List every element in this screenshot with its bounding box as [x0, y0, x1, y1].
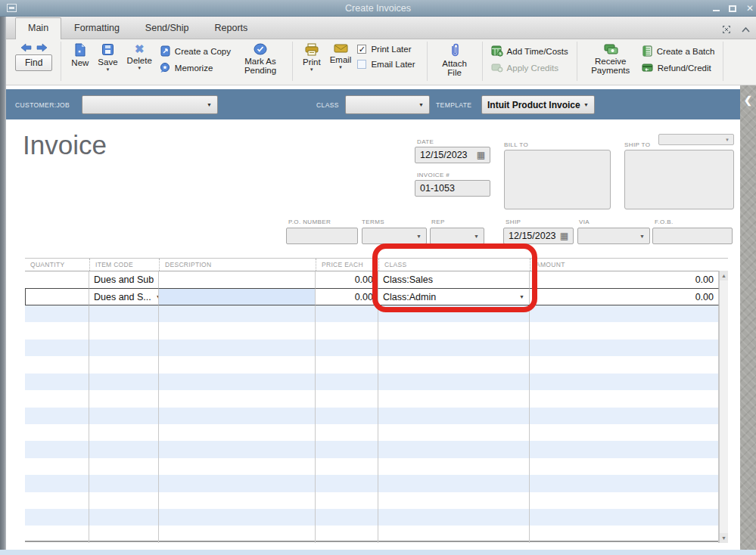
empty-cell[interactable]: [530, 340, 719, 356]
memorize-button[interactable]: Memorize: [160, 63, 213, 73]
price-each-cell[interactable]: 0.00: [316, 271, 378, 288]
save-dropdown-caret-icon[interactable]: ▼: [105, 67, 110, 72]
empty-cell[interactable]: [378, 322, 530, 339]
empty-cell[interactable]: [316, 492, 378, 509]
class-dropdown[interactable]: ▼: [345, 95, 430, 114]
fob-field[interactable]: [652, 228, 733, 244]
delete-dropdown-caret-icon[interactable]: ▼: [137, 66, 142, 70]
empty-cell[interactable]: [530, 424, 719, 441]
apply-credits-button[interactable]: Apply Credits: [491, 63, 558, 73]
find-button[interactable]: Find: [15, 54, 52, 71]
empty-cell[interactable]: [316, 509, 378, 526]
table-row-empty[interactable]: [25, 390, 719, 407]
empty-cell[interactable]: [159, 509, 316, 526]
forward-arrow-icon[interactable]: [36, 43, 48, 52]
email-later-checkbox-box[interactable]: [357, 60, 366, 69]
empty-cell[interactable]: [530, 356, 719, 373]
email-later-checkbox[interactable]: Email Later: [357, 60, 415, 69]
empty-cell[interactable]: [530, 322, 719, 339]
empty-cell[interactable]: [316, 322, 378, 339]
empty-cell[interactable]: [316, 305, 378, 322]
empty-cell[interactable]: [25, 458, 89, 475]
empty-cell[interactable]: [25, 356, 89, 373]
empty-cell[interactable]: [378, 305, 530, 322]
table-row-selected[interactable]: Dues and S... ▼ 0.00 Class:Admin ▼ 0.00: [25, 288, 719, 305]
save-button[interactable]: Save ▼: [98, 43, 117, 72]
table-row-empty[interactable]: [25, 475, 719, 491]
terms-dropdown[interactable]: ▼: [362, 228, 427, 244]
print-later-checkbox[interactable]: ✓ Print Later: [357, 45, 415, 54]
empty-cell[interactable]: [25, 340, 89, 356]
scroll-up-icon[interactable]: ▲: [720, 271, 728, 281]
delete-button[interactable]: ✖ Delete ▼: [127, 43, 152, 70]
tab-formatting[interactable]: Formatting: [61, 18, 132, 39]
empty-cell[interactable]: [159, 340, 316, 356]
minimize-button[interactable]: [713, 5, 720, 11]
empty-cell[interactable]: [159, 408, 316, 424]
tab-reports[interactable]: Reports: [202, 18, 261, 39]
collapse-ribbon-icon[interactable]: [742, 27, 750, 33]
empty-cell[interactable]: [25, 441, 89, 457]
empty-cell[interactable]: [530, 441, 719, 457]
expand-history-panel-icon[interactable]: ❮: [744, 95, 752, 550]
date-field[interactable]: 12/15/2023 ▦: [415, 147, 490, 163]
tab-main[interactable]: Main: [15, 17, 61, 39]
print-dropdown-caret-icon[interactable]: ▼: [310, 67, 314, 72]
amount-cell[interactable]: 0.00: [530, 288, 719, 305]
table-row-empty[interactable]: [25, 340, 719, 356]
empty-cell[interactable]: [25, 305, 89, 322]
ship-date-field[interactable]: 12/15/2023 ▦: [503, 228, 574, 244]
receive-payments-button[interactable]: Receive Payments: [587, 43, 634, 75]
empty-cell[interactable]: [159, 374, 316, 390]
empty-cell[interactable]: [378, 492, 530, 509]
empty-cell[interactable]: [159, 356, 316, 373]
empty-cell[interactable]: [378, 374, 530, 390]
calendar-icon[interactable]: ▦: [560, 231, 568, 241]
empty-cell[interactable]: [316, 441, 378, 457]
description-cell[interactable]: [159, 271, 316, 288]
table-row-empty[interactable]: [25, 322, 719, 339]
template-dropdown[interactable]: Intuit Product Invoice ▼: [481, 95, 595, 114]
class-cell[interactable]: Class:Sales: [378, 271, 530, 288]
empty-cell[interactable]: [378, 356, 530, 373]
empty-cell[interactable]: [378, 408, 530, 424]
description-cell[interactable]: [159, 288, 316, 305]
empty-cell[interactable]: [89, 441, 159, 457]
empty-cell[interactable]: [378, 424, 530, 441]
empty-cell[interactable]: [89, 390, 159, 407]
back-arrow-icon[interactable]: [20, 43, 32, 52]
table-row[interactable]: Dues and Sub 0.00 Class:Sales 0.00: [25, 271, 719, 288]
grid-scrollbar[interactable]: ▲ ▼: [719, 271, 728, 543]
empty-cell[interactable]: [89, 305, 159, 322]
print-later-checkbox-box[interactable]: ✓: [357, 45, 366, 54]
empty-cell[interactable]: [89, 475, 159, 491]
price-each-cell[interactable]: 0.00: [316, 288, 378, 305]
empty-cell[interactable]: [316, 390, 378, 407]
empty-cell[interactable]: [530, 458, 719, 475]
empty-cell[interactable]: [378, 340, 530, 356]
empty-cell[interactable]: [530, 305, 719, 322]
empty-cell[interactable]: [25, 322, 89, 339]
empty-cell[interactable]: [316, 374, 378, 390]
empty-cell[interactable]: [530, 408, 719, 424]
empty-cell[interactable]: [89, 408, 159, 424]
empty-cell[interactable]: [25, 475, 89, 491]
class-cell[interactable]: Class:Admin ▼: [378, 288, 530, 305]
via-dropdown[interactable]: ▼: [577, 228, 650, 244]
ship-to-dropdown[interactable]: ▼: [658, 134, 734, 145]
table-row-empty[interactable]: [25, 424, 719, 441]
empty-cell[interactable]: [25, 374, 89, 390]
empty-cell[interactable]: [159, 390, 316, 407]
empty-cell[interactable]: [316, 356, 378, 373]
table-row-empty[interactable]: [25, 441, 719, 457]
empty-cell[interactable]: [316, 475, 378, 491]
customer-job-dropdown[interactable]: ▼: [82, 95, 218, 114]
empty-cell[interactable]: [89, 424, 159, 441]
item-code-cell[interactable]: Dues and S... ▼: [89, 288, 159, 305]
refund-credit-button[interactable]: Refund/Credit: [642, 63, 711, 73]
dropdown-caret-icon[interactable]: ▼: [515, 294, 524, 299]
empty-cell[interactable]: [89, 356, 159, 373]
empty-cell[interactable]: [530, 374, 719, 390]
empty-cell[interactable]: [530, 509, 719, 526]
table-row-empty[interactable]: [25, 458, 719, 475]
